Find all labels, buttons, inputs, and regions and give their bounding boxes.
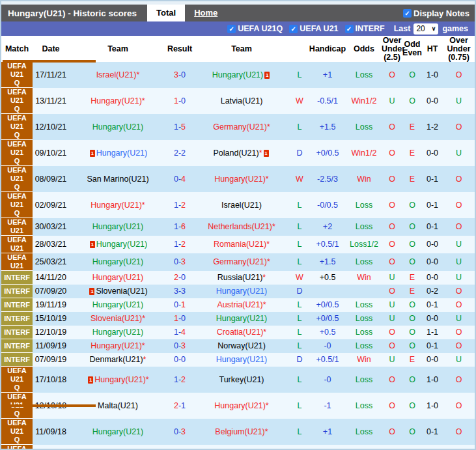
home-team-star: * xyxy=(266,401,269,410)
handicap-cell: +0/0.5 xyxy=(309,298,346,312)
ht-cell-value: 0-0 xyxy=(427,240,438,249)
games-count-select[interactable]: 20 ∨ xyxy=(413,23,438,35)
team-name: Romania(U21) xyxy=(214,240,266,249)
over-under-075-cell-value: O xyxy=(456,401,462,410)
handicap-cell: -0/0.5 xyxy=(309,192,346,218)
odd-even-cell: O xyxy=(402,393,422,419)
over-under-075-cell-value: U xyxy=(456,240,462,249)
date-cell: 17/10/18 xyxy=(33,367,69,393)
wdl-cell: L xyxy=(290,339,309,353)
over-under-25-cell: O xyxy=(382,236,402,253)
date-cell: 08/09/21 xyxy=(33,166,69,192)
over-under-075-cell: U xyxy=(443,140,475,166)
away-score: 0 xyxy=(181,70,186,79)
team-name: Hungary(U21) xyxy=(212,70,264,79)
wdl-cell-value: L xyxy=(298,257,302,266)
odd-even-cell-value: O xyxy=(409,257,415,266)
ht-cell-value: 0-0 xyxy=(427,314,438,323)
ht-cell: 0-1 xyxy=(422,339,443,353)
wdl-cell: L xyxy=(290,312,309,326)
match-row: INTERF15/10/19Slovenia(U21)*1-0Hungary(U… xyxy=(1,312,475,326)
home-team-cell: Hungary(U21) xyxy=(69,253,167,271)
league-badge: INTERF xyxy=(1,312,33,326)
odds-cell-value: Win1/2 xyxy=(352,96,377,105)
away-team-cell: Russia(U21)* xyxy=(193,271,290,285)
result-cell: 3-0 xyxy=(167,62,193,88)
tab-home[interactable]: Home xyxy=(185,5,227,21)
odds-cell: Loss xyxy=(346,367,382,393)
handicap-cell xyxy=(309,285,346,298)
ht-cell-value: 0-2 xyxy=(427,287,438,296)
handicap-cell-value: +1 xyxy=(323,70,332,79)
wdl-cell-value: L xyxy=(298,240,302,249)
home-score: 1 xyxy=(174,375,178,384)
wdl-cell: L xyxy=(290,62,309,88)
wdl-cell: L xyxy=(290,393,309,419)
wdl-cell: D xyxy=(290,140,309,166)
ht-cell: 0-0 xyxy=(422,236,443,253)
team-name: Hungary(U21) xyxy=(216,314,268,323)
away-score: 6 xyxy=(181,222,186,231)
over-under-25-cell: U xyxy=(382,353,402,367)
over-under-25-cell-value: U xyxy=(389,314,395,323)
wdl-cell-value: L xyxy=(298,341,302,350)
league-badge: UEFA U21 Q xyxy=(1,192,33,218)
odds-cell-value: Loss xyxy=(356,300,372,309)
odds-cell: Loss xyxy=(346,326,382,339)
col-header-over-under-075: Over Under (0.75) xyxy=(443,36,475,62)
date-cell: 28/03/21 xyxy=(33,236,69,253)
over-under-075-cell-value: O xyxy=(456,375,462,384)
league-badge: INTERF xyxy=(1,298,33,312)
date-cell: 12/10/21 xyxy=(33,114,69,140)
home-team-cell: 1Hungary(U21) xyxy=(69,236,167,253)
home-team-star: * xyxy=(142,314,145,323)
result-cell: 1-0 xyxy=(167,445,193,450)
away-team-cell: Germany(U21)* xyxy=(193,114,290,140)
league-badge: UEFA U21 Q xyxy=(1,166,33,192)
over-under-25-cell: O xyxy=(382,419,402,445)
result-cell: 0-4 xyxy=(167,166,193,192)
home-team-cell: San Marino(U21) xyxy=(69,166,167,192)
games-label: games xyxy=(442,24,468,33)
ht-cell-value: 0-0 xyxy=(427,148,438,158)
ht-cell: 1-1 xyxy=(422,326,443,339)
odds-cell: Loss xyxy=(346,192,382,218)
display-notes-toggle[interactable]: ✓ Display Notes xyxy=(403,8,475,18)
wdl-cell-value: L xyxy=(298,375,302,384)
odds-cell: Loss1/2 xyxy=(346,236,382,253)
wdl-cell-value: L xyxy=(298,201,302,210)
home-team-star: * xyxy=(265,427,268,436)
match-row: UEFA U21 Q08/09/18Sweden(U21)*1-0Hungary… xyxy=(1,445,475,450)
home-score: 2 xyxy=(174,401,178,410)
result-cell: 2-0 xyxy=(167,271,193,285)
odds-cell: Win1/2 xyxy=(346,88,382,114)
filter-bar: ✓ UEFA U21Q ✓ UEFA U21 ✓ INTERF Last 20 … xyxy=(1,21,475,36)
home-team-star: * xyxy=(272,222,275,231)
date-cell: 14/11/20 xyxy=(33,271,69,285)
display-notes-checkbox-icon[interactable]: ✓ xyxy=(403,9,412,18)
over-under-25-cell-value: O xyxy=(389,257,395,266)
team-name: Hungary(U21) xyxy=(214,175,266,184)
home-team-cell: Hungary(U21)* xyxy=(69,88,167,114)
filter-interf[interactable]: ✓ INTERF xyxy=(345,24,385,33)
interf-checkbox-icon[interactable]: ✓ xyxy=(345,25,354,33)
odds-cell-value: Loss xyxy=(356,401,372,410)
home-score: 2 xyxy=(174,148,178,158)
odd-even-cell-value: O xyxy=(409,427,415,436)
odds-cell-value: Loss1/2 xyxy=(350,240,378,249)
wdl-cell-value: L xyxy=(298,328,302,337)
ht-cell: 1-0 xyxy=(422,393,443,419)
home-team-star: * xyxy=(262,273,266,282)
ht-cell: 1-0 xyxy=(422,62,443,88)
over-under-075-cell-value: O xyxy=(456,122,462,132)
filter-uefa-u21q[interactable]: ✓ UEFA U21Q xyxy=(227,24,283,33)
filter-uefa-u21[interactable]: ✓ UEFA U21 xyxy=(289,24,338,33)
odds-cell: Loss xyxy=(346,393,382,419)
col-header-wdl xyxy=(290,36,309,62)
uefa-u21-checkbox-icon[interactable]: ✓ xyxy=(289,25,298,33)
over-under-075-cell-value: O xyxy=(456,328,462,337)
over-under-075-cell-value: O xyxy=(456,175,462,184)
tab-total[interactable]: Total xyxy=(147,5,185,21)
uefa-u21q-checkbox-icon[interactable]: ✓ xyxy=(227,25,236,33)
interf-label: INTERF xyxy=(356,24,385,33)
